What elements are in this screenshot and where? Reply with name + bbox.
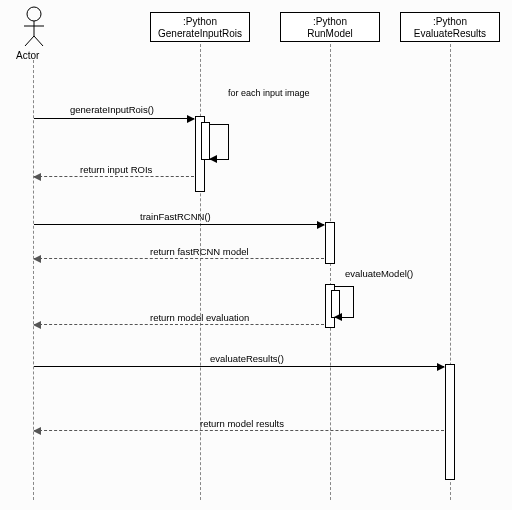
- arrow-return-results: [34, 430, 444, 431]
- msg-evaluate-results: evaluateResults(): [210, 353, 284, 364]
- arrow-generate-input-rois: [34, 118, 194, 119]
- participant-name: RunModel: [281, 28, 379, 40]
- selfcall-each-image: [210, 124, 229, 160]
- participant-name: EvaluateResults: [401, 28, 499, 40]
- activation-evaluate-results: [445, 364, 455, 480]
- participant-class: :Python: [151, 16, 249, 28]
- arrowhead-icon: [317, 221, 325, 229]
- participant-generate-input-rois: :Python GenerateInputRois: [150, 12, 250, 42]
- arrowhead-icon: [33, 255, 41, 263]
- svg-point-0: [27, 7, 41, 21]
- arrow-return-evaluation: [34, 324, 324, 325]
- loop-label: for each input image: [228, 88, 310, 98]
- participant-evaluate-results: :Python EvaluateResults: [400, 12, 500, 42]
- msg-train-fastrcnn: trainFastRCNN(): [140, 211, 211, 222]
- participant-class: :Python: [401, 16, 499, 28]
- arrow-return-input-rois: [34, 176, 194, 177]
- svg-line-4: [34, 36, 43, 46]
- arrowhead-icon: [33, 427, 41, 435]
- sequence-diagram: Actor :Python GenerateInputRois :Python …: [0, 0, 512, 510]
- participant-name: GenerateInputRois: [151, 28, 249, 40]
- selfcall-evaluate-model: [335, 286, 354, 318]
- msg-return-evaluation: return model evaluation: [150, 312, 249, 323]
- arrowhead-icon: [334, 313, 342, 321]
- arrow-train-fastrcnn: [34, 224, 324, 225]
- lifeline-run-model: [330, 44, 331, 500]
- svg-line-3: [25, 36, 34, 46]
- arrowhead-icon: [33, 173, 41, 181]
- arrow-return-fastrcnn: [34, 258, 324, 259]
- participant-run-model: :Python RunModel: [280, 12, 380, 42]
- msg-return-results: return model results: [200, 418, 284, 429]
- msg-generate-input-rois: generateInputRois(): [70, 104, 154, 115]
- actor-label: Actor: [16, 50, 39, 61]
- participant-class: :Python: [281, 16, 379, 28]
- msg-return-fastrcnn: return fastRCNN model: [150, 246, 249, 257]
- person-icon: [21, 6, 47, 46]
- arrowhead-icon: [187, 115, 195, 123]
- msg-return-input-rois: return input ROIs: [80, 164, 152, 175]
- arrow-evaluate-results: [34, 366, 444, 367]
- actor-figure: [20, 6, 48, 46]
- activation-run-model-1: [325, 222, 335, 264]
- lifeline-generate-input-rois: [200, 44, 201, 500]
- arrowhead-icon: [437, 363, 445, 371]
- arrowhead-icon: [209, 155, 217, 163]
- msg-evaluate-model: evaluateModel(): [345, 268, 413, 279]
- arrowhead-icon: [33, 321, 41, 329]
